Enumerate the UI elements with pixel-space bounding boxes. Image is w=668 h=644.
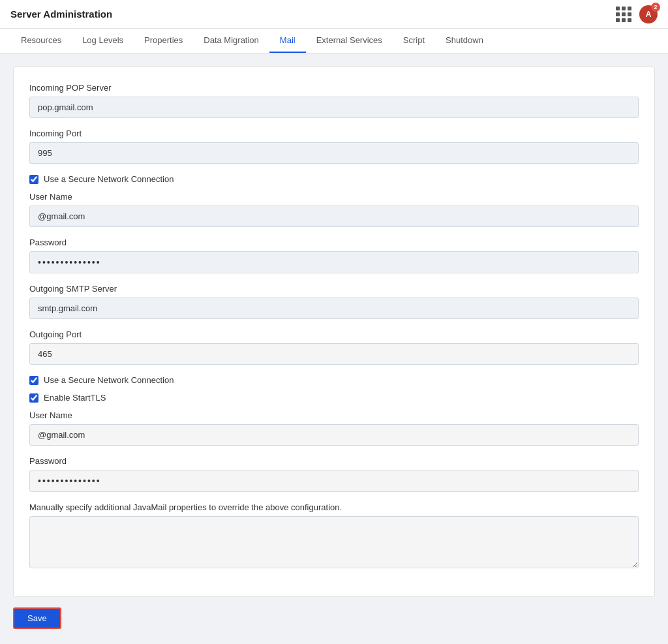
outgoing-port-group: Outgoing Port bbox=[29, 330, 639, 365]
user-name-incoming-label: User Name bbox=[29, 192, 639, 202]
user-name-incoming-group: User Name bbox=[29, 192, 639, 227]
password-incoming-input[interactable] bbox=[29, 251, 639, 273]
secure-connection-incoming-group: Use a Secure Network Connection bbox=[29, 174, 639, 184]
user-avatar[interactable]: 2 A bbox=[639, 5, 658, 23]
save-button[interactable]: Save bbox=[13, 607, 61, 629]
tab-properties[interactable]: Properties bbox=[134, 29, 193, 53]
incoming-port-label: Incoming Port bbox=[29, 129, 639, 138]
secure-connection-incoming-checkbox[interactable] bbox=[29, 175, 38, 184]
tab-log-levels[interactable]: Log Levels bbox=[72, 29, 134, 53]
user-name-outgoing-input[interactable] bbox=[29, 424, 639, 446]
form-card: Incoming POP Server Incoming Port Use a … bbox=[13, 67, 655, 597]
outgoing-smtp-server-input[interactable] bbox=[29, 298, 639, 319]
password-outgoing-group: Password bbox=[29, 456, 639, 492]
tab-resources[interactable]: Resources bbox=[10, 29, 72, 53]
enable-starttls-label[interactable]: Enable StartTLS bbox=[44, 393, 106, 403]
user-name-outgoing-label: User Name bbox=[29, 410, 639, 420]
form-actions: Save bbox=[13, 607, 655, 629]
incoming-pop-server-input[interactable] bbox=[29, 97, 639, 118]
secure-connection-outgoing-label[interactable]: Use a Secure Network Connection bbox=[44, 375, 174, 385]
password-outgoing-label: Password bbox=[29, 456, 639, 466]
secure-connection-outgoing-group: Use a Secure Network Connection bbox=[29, 375, 639, 385]
notification-badge: 2 bbox=[651, 3, 660, 12]
tab-mail[interactable]: Mail bbox=[269, 29, 306, 53]
tab-external-services[interactable]: External Services bbox=[306, 29, 393, 53]
header-icons: 2 A bbox=[616, 5, 658, 23]
secure-connection-incoming-label[interactable]: Use a Secure Network Connection bbox=[44, 174, 174, 184]
outgoing-smtp-server-group: Outgoing SMTP Server bbox=[29, 284, 639, 319]
incoming-port-group: Incoming Port bbox=[29, 129, 639, 164]
password-incoming-group: Password bbox=[29, 238, 639, 273]
outgoing-port-input[interactable] bbox=[29, 343, 639, 365]
javamail-group: Manually specify additional JavaMail pro… bbox=[29, 502, 639, 570]
javamail-label: Manually specify additional JavaMail pro… bbox=[29, 502, 639, 512]
app-header: Server Administration 2 A bbox=[0, 0, 668, 29]
tab-shutdown[interactable]: Shutdown bbox=[435, 29, 494, 53]
main-content: Incoming POP Server Incoming Port Use a … bbox=[0, 54, 668, 642]
user-name-incoming-input[interactable] bbox=[29, 206, 639, 227]
grid-icon[interactable] bbox=[616, 7, 631, 22]
tab-script[interactable]: Script bbox=[393, 29, 435, 53]
enable-starttls-checkbox[interactable] bbox=[29, 393, 38, 403]
incoming-pop-server-group: Incoming POP Server bbox=[29, 83, 639, 118]
user-name-outgoing-group: User Name bbox=[29, 410, 639, 446]
tab-data-migration[interactable]: Data Migration bbox=[193, 29, 269, 53]
enable-starttls-group: Enable StartTLS bbox=[29, 393, 639, 403]
incoming-port-input[interactable] bbox=[29, 142, 639, 164]
outgoing-smtp-server-label: Outgoing SMTP Server bbox=[29, 284, 639, 294]
incoming-pop-server-label: Incoming POP Server bbox=[29, 83, 639, 93]
tab-bar: Resources Log Levels Properties Data Mig… bbox=[0, 29, 668, 54]
javamail-textarea[interactable] bbox=[29, 516, 639, 568]
outgoing-port-label: Outgoing Port bbox=[29, 330, 639, 339]
password-outgoing-input[interactable] bbox=[29, 470, 639, 492]
password-incoming-label: Password bbox=[29, 238, 639, 247]
app-title: Server Administration bbox=[10, 8, 112, 20]
secure-connection-outgoing-checkbox[interactable] bbox=[29, 376, 38, 385]
